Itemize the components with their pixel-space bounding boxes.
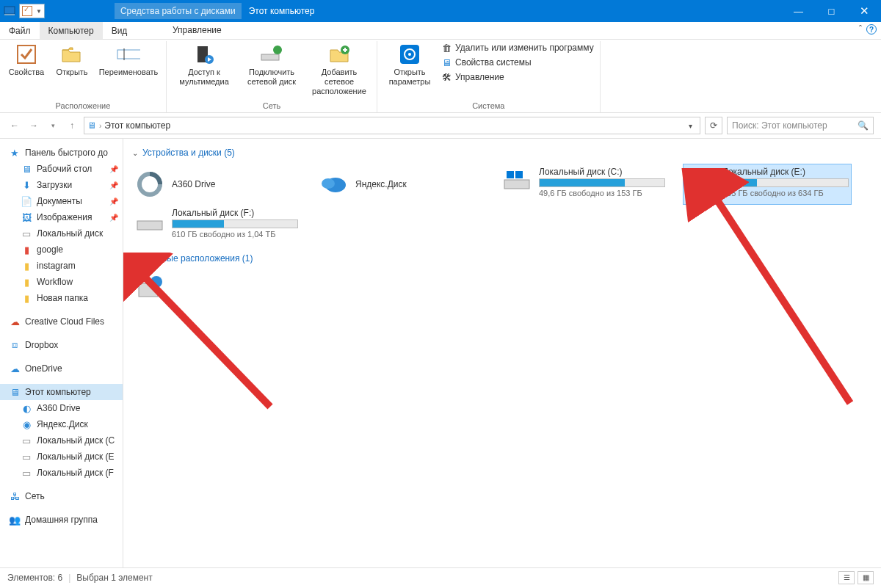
add-network-location-button[interactable]: Добавить сетевое расположение — [308, 41, 371, 96]
view-details-button[interactable]: ☰ — [838, 571, 855, 584]
homegroup-icon: 👥 — [9, 514, 21, 526]
svg-point-15 — [322, 178, 335, 189]
manage-button[interactable]: 🛠Управление — [440, 70, 594, 84]
close-button[interactable]: ✕ — [848, 0, 881, 22]
sidebar-onedrive[interactable]: ☁OneDrive — [0, 360, 123, 377]
drive-c[interactable]: Локальный диск (C:) 49,6 ГБ свободно из … — [499, 164, 668, 205]
sidebar-dropbox[interactable]: ⧈Dropbox — [0, 337, 123, 353]
sidebar-instagram[interactable]: ▮instagram — [0, 258, 123, 274]
breadcrumb-bar[interactable]: 🖥 › Этот компьютер ▾ — [84, 117, 700, 134]
folder-open-icon — [60, 43, 84, 66]
settings-icon — [398, 43, 421, 66]
group-header-netloc[interactable]: ⌄ Сетевые расположения (1) — [132, 253, 872, 264]
system-menu-icon[interactable] — [0, 0, 19, 22]
tab-view[interactable]: Вид — [103, 22, 137, 39]
sidebar-newfolder[interactable]: ▮Новая папка — [0, 290, 123, 306]
media-server-icon — [192, 43, 216, 66]
ribbon-collapse-icon[interactable]: ˆ — [859, 24, 862, 35]
nav-forward-button[interactable]: → — [26, 120, 41, 131]
status-selected-count: Выбран 1 элемент — [76, 573, 152, 583]
sidebar-downloads[interactable]: ⬇Загрузки📌 — [0, 177, 123, 193]
system-properties-button[interactable]: 🖥Свойства системы — [440, 56, 594, 69]
navigation-pane: ★Панель быстрого до 🖥Рабочий стол📌 ⬇Загр… — [0, 139, 123, 567]
drive-f[interactable]: Локальный диск (F:) 610 ГБ свободно из 1… — [132, 205, 301, 246]
drive-icon — [135, 208, 164, 237]
breadcrumb-dropdown-icon[interactable]: ▾ — [684, 122, 697, 130]
properties-button[interactable]: Свойства — [6, 41, 47, 77]
drive-e[interactable]: Локальный диск (E:) 465 ГБ свободно из 6… — [683, 164, 852, 205]
drive-icon: ▭ — [21, 435, 32, 446]
sidebar-local-c[interactable]: ▭Локальный диск (С — [0, 432, 123, 449]
nav-back-button[interactable]: ← — [7, 120, 22, 131]
sidebar-local-disk[interactable]: ▭Локальный диск — [0, 225, 123, 242]
svg-rect-1 — [4, 14, 15, 15]
yandex-icon: ◉ — [21, 418, 32, 430]
drives-container: A360 Drive Яндекс.Диск Локальный диск (C… — [132, 164, 872, 246]
svg-rect-18 — [515, 171, 523, 178]
sidebar-homegroup[interactable]: 👥Домашняя группа — [0, 512, 123, 528]
view-tiles-button[interactable]: ▦ — [858, 571, 874, 584]
rename-button[interactable]: Переименовать — [97, 41, 160, 77]
svg-rect-20 — [137, 221, 162, 230]
open-button[interactable]: Открыть — [51, 41, 93, 77]
tab-computer[interactable]: Компьютер — [40, 22, 103, 39]
contextual-tab-label: Средства работы с дисками — [115, 3, 242, 19]
qat-dropdown-icon[interactable]: ▼ — [36, 8, 42, 15]
nav-up-button[interactable]: ↑ — [65, 120, 79, 131]
tab-manage[interactable]: Управление — [173, 25, 222, 35]
media-access-button[interactable]: Доступ к мультимедиа — [173, 41, 236, 87]
drive-yandex[interactable]: Яндекс.Диск — [316, 164, 485, 205]
maximize-button[interactable]: □ — [815, 0, 848, 22]
sidebar-local-e[interactable]: ▭Локальный диск (Е — [0, 449, 123, 465]
pc-icon: 🖥 — [87, 120, 96, 131]
sidebar-google[interactable]: ▮google — [0, 242, 123, 258]
capacity-fill — [540, 179, 625, 186]
checkbox-icon — [15, 43, 38, 66]
a360-icon — [135, 170, 164, 199]
help-icon[interactable]: ? — [866, 24, 877, 35]
breadcrumb-segment[interactable]: Этот компьютер — [104, 120, 170, 131]
svg-point-12 — [408, 53, 411, 56]
pin-icon: 📌 — [109, 165, 118, 173]
yandex-icon — [319, 170, 348, 199]
dropbox-icon: ⧈ — [9, 339, 21, 351]
chevron-down-icon: ⌄ — [132, 255, 138, 263]
group-header-devices[interactable]: ⌄ Устройства и диски (5) — [132, 148, 872, 158]
capacity-bar — [172, 219, 298, 228]
status-item-count: Элементов: 6 — [7, 573, 62, 583]
sidebar-quick-access[interactable]: ★Панель быстрого до — [0, 145, 123, 161]
svg-point-8 — [273, 46, 282, 54]
qat-checkbox-icon[interactable] — [22, 6, 32, 16]
sidebar-a360[interactable]: ◐A360 Drive — [0, 400, 123, 416]
folder-icon: ▮ — [21, 260, 32, 272]
folder-icon: ▮ — [21, 292, 32, 304]
map-drive-button[interactable]: Подключить сетевой диск — [240, 41, 303, 87]
sidebar-network[interactable]: 🖧Сеть — [0, 488, 123, 504]
sidebar-documents[interactable]: 📄Документы📌 — [0, 193, 123, 209]
desktop-icon: 🖥 — [21, 163, 32, 175]
sidebar-yandex[interactable]: ◉Яндекс.Диск — [0, 416, 123, 432]
body-split: ★Панель быстрого до 🖥Рабочий стол📌 ⬇Загр… — [0, 139, 881, 567]
search-box[interactable]: Поиск: Этот компьютер 🔍 — [727, 117, 874, 134]
creative-cloud-icon: ☁ — [9, 316, 21, 327]
sidebar-local-f[interactable]: ▭Локальный диск (F — [0, 465, 123, 481]
tab-file[interactable]: Файл — [0, 22, 40, 39]
search-icon: 🔍 — [858, 120, 869, 131]
manage-icon: 🛠 — [440, 71, 452, 83]
sidebar-this-pc[interactable]: 🖥Этот компьютер — [0, 384, 123, 400]
sidebar-pictures[interactable]: 🖼Изображения📌 — [0, 209, 123, 225]
refresh-button[interactable]: ⟳ — [705, 117, 722, 134]
sidebar-desktop[interactable]: 🖥Рабочий стол📌 — [0, 161, 123, 177]
sidebar-workflow[interactable]: ▮Workflow — [0, 274, 123, 290]
window-title: Этот компьютер — [249, 6, 315, 16]
pin-icon: 📌 — [109, 214, 118, 222]
sidebar-creative-cloud[interactable]: ☁Creative Cloud Files — [0, 313, 123, 330]
minimize-button[interactable]: — — [782, 0, 815, 22]
address-bar-row: ← → ▾ ↑ 🖥 › Этот компьютер ▾ ⟳ Поиск: Эт… — [0, 113, 881, 139]
open-settings-button[interactable]: Открыть параметры — [383, 41, 436, 87]
nav-recent-dropdown[interactable]: ▾ — [46, 122, 60, 129]
network-location-item[interactable] — [132, 269, 301, 305]
drive-a360[interactable]: A360 Drive — [132, 164, 301, 205]
quick-access-toolbar[interactable]: ▼ — [19, 4, 45, 18]
uninstall-program-button[interactable]: 🗑Удалить или изменить программу — [440, 41, 594, 54]
